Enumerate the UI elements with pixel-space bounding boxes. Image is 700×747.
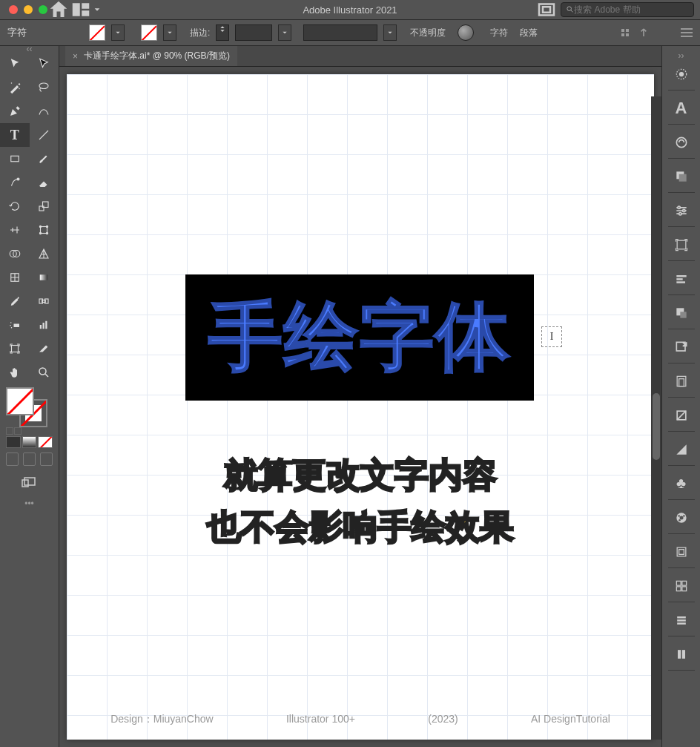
brush-tool[interactable] [30, 147, 59, 171]
document-tab[interactable]: × 卡通手绘字体.ai* @ 90% (RGB/预览) [65, 46, 237, 66]
libraries-panel-icon[interactable] [668, 371, 695, 398]
free-transform-tool[interactable] [30, 218, 59, 242]
draw-inside[interactable] [40, 453, 53, 466]
color-mode-solid[interactable] [6, 436, 21, 448]
document-area: × 卡通手绘字体.ai* @ 90% (RGB/预览) 手绘字体 I 就算更改文… [59, 46, 661, 747]
text-selection-block[interactable]: 手绘字体 [185, 274, 534, 401]
minimize-window-button[interactable] [24, 5, 33, 14]
hand-tool[interactable] [0, 361, 30, 384]
swatches-panel-icon[interactable]: ♣ [668, 473, 695, 500]
artboards-panel-icon[interactable] [668, 234, 695, 261]
document-tabbar: × 卡通手绘字体.ai* @ 90% (RGB/预览) [59, 46, 661, 67]
artboard-tool[interactable] [0, 337, 30, 361]
gpu-icon[interactable] [535, 0, 558, 19]
screen-mode[interactable] [0, 469, 59, 496]
gradient-tool[interactable] [30, 266, 59, 289]
graphic-styles-icon[interactable] [458, 24, 474, 41]
rectangle-tool[interactable] [0, 147, 30, 171]
brushes-panel-icon[interactable] [668, 610, 695, 636]
svg-rect-66 [677, 619, 686, 622]
shaper-tool[interactable] [0, 171, 30, 194]
magic-wand-tool[interactable] [0, 76, 30, 99]
transform-icon[interactable] [636, 25, 651, 40]
fill-stroke-control[interactable] [0, 384, 59, 435]
stroke-dropdown[interactable] [163, 24, 176, 41]
color-mode-gradient[interactable] [22, 436, 37, 448]
pathfinder-panel-icon[interactable] [668, 303, 695, 329]
appearance-panel-icon[interactable] [668, 132, 695, 159]
svg-point-14 [40, 226, 42, 227]
curvature-tool[interactable] [30, 99, 59, 123]
home-icon[interactable] [47, 0, 70, 19]
width-tool[interactable] [0, 218, 30, 242]
links-panel-icon[interactable] [668, 405, 695, 432]
canvas[interactable]: 手绘字体 I 就算更改文字内容 也不会影响手绘效果 Design：MiuyanC… [59, 67, 661, 747]
eraser-tool[interactable] [30, 171, 59, 194]
align-panel-icon[interactable] [668, 269, 695, 295]
search-input[interactable] [574, 4, 689, 15]
stroke-panel-icon[interactable] [668, 542, 695, 568]
align-icon[interactable] [621, 29, 629, 36]
selection-tool[interactable] [0, 52, 30, 76]
direct-selection-tool[interactable] [30, 52, 59, 76]
stroke-stepper[interactable] [216, 24, 229, 41]
stroke-weight-dropdown[interactable] [278, 24, 291, 41]
mesh-tool[interactable] [0, 266, 30, 289]
vertical-scrollbar[interactable] [651, 96, 661, 740]
scrollbar-thumb[interactable] [653, 393, 660, 460]
search-field[interactable] [561, 2, 694, 17]
graphic-styles-panel-icon[interactable] [668, 644, 695, 671]
layers-panel-icon[interactable] [668, 166, 695, 193]
color-panel-icon[interactable] [668, 507, 695, 534]
rightbar-handle[interactable]: ›› [678, 50, 684, 56]
color-guide-panel-icon[interactable] [668, 439, 695, 466]
symbols-panel-icon[interactable] [668, 576, 695, 602]
svg-rect-34 [24, 478, 35, 485]
fill-dropdown[interactable] [111, 24, 125, 41]
toolbox-handle[interactable]: ‹‹ [0, 46, 59, 52]
opacity-label[interactable]: 不透明度 [410, 27, 446, 39]
perspective-tool[interactable] [30, 242, 59, 266]
slice-tool[interactable] [30, 337, 59, 361]
paragraph-link[interactable]: 段落 [520, 27, 538, 39]
maximize-window-button[interactable] [39, 5, 47, 14]
arrange-documents-icon[interactable] [70, 0, 92, 19]
svg-rect-59 [677, 547, 686, 556]
svg-point-6 [11, 82, 13, 84]
caption-line-1: 就算更改文字内容 [224, 453, 497, 498]
brush-definition[interactable] [303, 24, 377, 41]
stroke-swatch[interactable] [141, 24, 157, 41]
eyedropper-tool[interactable] [0, 289, 30, 313]
rotate-tool[interactable] [0, 194, 30, 218]
symbol-sprayer-tool[interactable] [0, 313, 30, 337]
pen-tool[interactable] [0, 99, 30, 123]
export-panel-icon[interactable] [668, 337, 695, 363]
brush-dropdown[interactable] [383, 24, 397, 41]
type-tool[interactable]: T [0, 123, 30, 147]
fill-color-box[interactable] [6, 387, 34, 415]
stroke-weight[interactable] [235, 24, 272, 41]
blend-tool[interactable] [30, 289, 59, 313]
lasso-tool[interactable] [30, 76, 59, 99]
line-tool[interactable] [30, 123, 59, 147]
draw-behind[interactable] [23, 453, 36, 466]
shape-builder-tool[interactable] [0, 242, 30, 266]
scale-tool[interactable] [30, 194, 59, 218]
color-mode-none[interactable] [38, 436, 53, 448]
draw-normal[interactable] [6, 453, 19, 466]
fill-swatch[interactable] [89, 24, 105, 41]
panel-label: 字符 [7, 26, 33, 39]
svg-rect-67 [677, 622, 686, 625]
close-window-button[interactable] [9, 5, 18, 14]
graph-tool[interactable] [30, 313, 59, 337]
panel-menu-icon[interactable] [681, 28, 693, 37]
zoom-tool[interactable] [30, 361, 59, 384]
edit-toolbar[interactable]: ••• [0, 496, 59, 512]
character-panel-icon[interactable]: A [668, 98, 695, 125]
main-text[interactable]: 手绘字体 [208, 288, 511, 388]
sliders-panel-icon[interactable] [668, 200, 695, 227]
properties-panel-icon[interactable] [668, 64, 695, 91]
close-tab-icon[interactable]: × [73, 51, 78, 62]
character-link[interactable]: 字符 [490, 27, 508, 39]
dropdown-icon[interactable] [92, 0, 102, 19]
